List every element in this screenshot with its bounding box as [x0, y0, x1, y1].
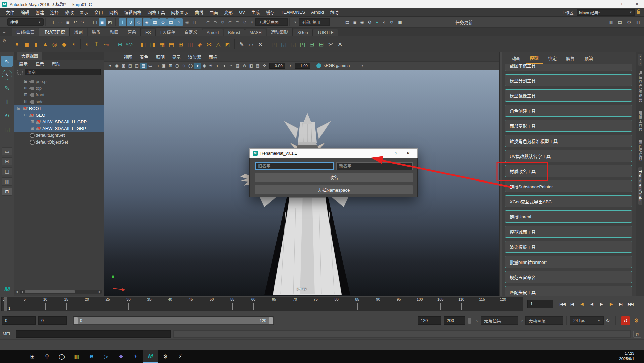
- select-object-icon[interactable]: ▣: [99, 18, 106, 26]
- snap-curve-icon[interactable]: ∪: [127, 18, 134, 26]
- motion-blur-icon[interactable]: ≈: [228, 63, 234, 69]
- animation-preferences-icon[interactable]: ⚙: [634, 317, 639, 324]
- rotate-tool[interactable]: ↻: [1, 110, 13, 121]
- tool-settings-toggle-icon[interactable]: ⚙: [625, 18, 633, 26]
- expander-icon[interactable]: ⊞: [23, 92, 28, 97]
- menu-item[interactable]: 网格工具: [144, 9, 168, 15]
- shelf-tab[interactable]: 雕刻: [70, 28, 87, 36]
- character-model[interactable]: [233, 111, 375, 296]
- film-gate-icon[interactable]: ▭: [147, 63, 154, 69]
- shelf-tab[interactable]: 渲染: [123, 28, 141, 36]
- tool-button[interactable]: 匹配头皮工具: [505, 286, 632, 296]
- scroll-right-icon[interactable]: ▶: [98, 290, 102, 293]
- polygon-cube-icon[interactable]: ◼: [22, 39, 31, 50]
- history-loop-icon[interactable]: ↺: [241, 18, 249, 26]
- taskbar-clock[interactable]: 17:23 2025/9/1: [619, 351, 634, 361]
- layout-current-button[interactable]: ⊞: [2, 188, 12, 196]
- tool-button[interactable]: 链接SubstancePainter: [505, 180, 632, 192]
- mel-input[interactable]: [16, 330, 171, 338]
- channel-box-toggle-icon[interactable]: ▥: [608, 18, 615, 26]
- select-hierarchy-icon[interactable]: ◫: [91, 18, 99, 26]
- side-panel-tab[interactable]: TeamonesTools: [638, 167, 642, 205]
- tool-button[interactable]: 面部变形工具: [505, 120, 632, 132]
- menu-item[interactable]: 文件: [3, 9, 17, 15]
- play-forwards-button[interactable]: ▶: [597, 299, 606, 309]
- xray-icon[interactable]: ▧: [255, 63, 261, 69]
- command-line-label[interactable]: MEL: [3, 332, 13, 336]
- file-explorer-button[interactable]: ▥: [69, 350, 84, 363]
- collapse-arrow-icon[interactable]: ◀: [14, 290, 19, 294]
- menu-item[interactable]: 编辑网格: [121, 9, 144, 15]
- tool-button[interactable]: XGen交互式导出ABC: [505, 195, 632, 207]
- lock-selection-icon[interactable]: ◉: [183, 18, 191, 26]
- expander-icon[interactable]: ⊞: [30, 126, 35, 131]
- reduce-icon[interactable]: ▤: [167, 39, 176, 50]
- render-setup-icon[interactable]: ↻: [388, 18, 395, 26]
- scroll-down-icon[interactable]: ▼: [639, 62, 641, 64]
- tool-button[interactable]: 转换角色为标准模型工具: [505, 135, 632, 147]
- booleans-icon[interactable]: ◐: [83, 39, 92, 50]
- lock-camera-icon[interactable]: ◉: [114, 63, 120, 69]
- playback-speed-slider[interactable]: [468, 318, 471, 324]
- viewport-menu-item[interactable]: 视图: [120, 54, 136, 60]
- menu-item[interactable]: 网格显示: [168, 9, 191, 15]
- outliner-item[interactable]: ⊞ front: [14, 91, 104, 98]
- sculpt-tool-icon[interactable]: ⊕: [116, 39, 124, 50]
- horizontal-scrollbar[interactable]: ◀ ▶: [20, 290, 102, 294]
- dialog-help-button[interactable]: ?: [390, 149, 402, 158]
- step-forward-key-button[interactable]: |▶: [606, 299, 616, 309]
- wireframe-icon[interactable]: ◯: [187, 63, 194, 69]
- tool-button[interactable]: 截图审核工具: [505, 64, 632, 71]
- task-update-button[interactable]: 任务更新: [455, 19, 473, 25]
- highlight-selection-icon[interactable]: ?: [175, 18, 183, 26]
- menu-item[interactable]: 生成: [248, 9, 263, 15]
- menu-item[interactable]: UV: [236, 10, 248, 15]
- show-desktop-button[interactable]: [642, 350, 644, 363]
- menu-item[interactable]: 缓存: [263, 9, 277, 15]
- tool-panel-tab[interactable]: 解算: [562, 53, 579, 63]
- menu-item[interactable]: 窗口: [91, 9, 106, 15]
- character-set-dropdown[interactable]: 无角色集: [481, 316, 518, 325]
- shadows-icon[interactable]: ◐: [214, 63, 221, 69]
- play-backwards-button[interactable]: ◀: [587, 299, 596, 309]
- tool-button[interactable]: 模型减面工具: [505, 226, 632, 238]
- side-panel-tab[interactable]: 建模工具包: [638, 108, 643, 135]
- depth-of-field-icon[interactable]: ⊙: [241, 63, 248, 69]
- remove-namespace-button[interactable]: 去掉Namespace: [255, 185, 413, 194]
- shelf-tab[interactable]: 动画: [105, 28, 123, 36]
- contrast-icon[interactable]: ◑: [287, 63, 293, 69]
- attribute-editor-toggle-icon[interactable]: ▤: [616, 18, 624, 26]
- toolbar-grip[interactable]: [4, 19, 5, 26]
- combine-icon[interactable]: ◧: [139, 39, 147, 50]
- lasso-select-tool[interactable]: ↖: [2, 70, 12, 80]
- outliner-item[interactable]: ⊞ top: [14, 85, 104, 91]
- uv-cut-icon[interactable]: ⊟: [307, 39, 316, 50]
- search-button[interactable]: ⚲: [40, 350, 54, 363]
- edit-tool-icon[interactable]: ✕: [256, 39, 265, 50]
- symmetry-field[interactable]: 对称: 禁用: [299, 18, 330, 26]
- step-back-frame-button[interactable]: |◀: [567, 299, 577, 309]
- menu-item[interactable]: 显示: [77, 9, 91, 15]
- outliner-item[interactable]: defaultObjectSet: [14, 138, 104, 145]
- shelf-tab[interactable]: 多边形建模: [39, 28, 70, 36]
- polygon-sphere-icon[interactable]: ●: [13, 39, 22, 50]
- bookmarks-icon[interactable]: ▤: [127, 63, 133, 69]
- start-button[interactable]: ⊞: [25, 350, 40, 363]
- shelf-tab[interactable]: Arnold: [202, 29, 223, 36]
- render-view-icon[interactable]: ▤: [344, 18, 351, 26]
- shelf-tab[interactable]: FX: [141, 29, 156, 36]
- layout-single-pane-button[interactable]: ▭: [2, 147, 12, 155]
- viewport-menu-item[interactable]: 面板: [205, 54, 221, 60]
- anim-layer-dropdown[interactable]: 无动画层: [525, 316, 563, 325]
- multi-cut-icon[interactable]: ⋈: [205, 39, 213, 50]
- shelf-tab[interactable]: TURTLE: [313, 29, 338, 36]
- image-plane-icon[interactable]: ◫: [134, 63, 140, 69]
- range-end-handle[interactable]: [269, 317, 273, 324]
- go-to-end-button[interactable]: ▶▶|: [626, 299, 635, 309]
- dialog-title-bar[interactable]: M RenameMat_v0.1.1 ? ✕: [249, 148, 418, 158]
- expander-icon[interactable]: ⊞: [23, 99, 28, 104]
- shelf-tab[interactable]: FX 缓存: [156, 28, 180, 36]
- outliner-item[interactable]: ⊞ side: [14, 98, 104, 105]
- move-tool[interactable]: ✛: [1, 96, 13, 107]
- animation-end-field[interactable]: [444, 316, 465, 325]
